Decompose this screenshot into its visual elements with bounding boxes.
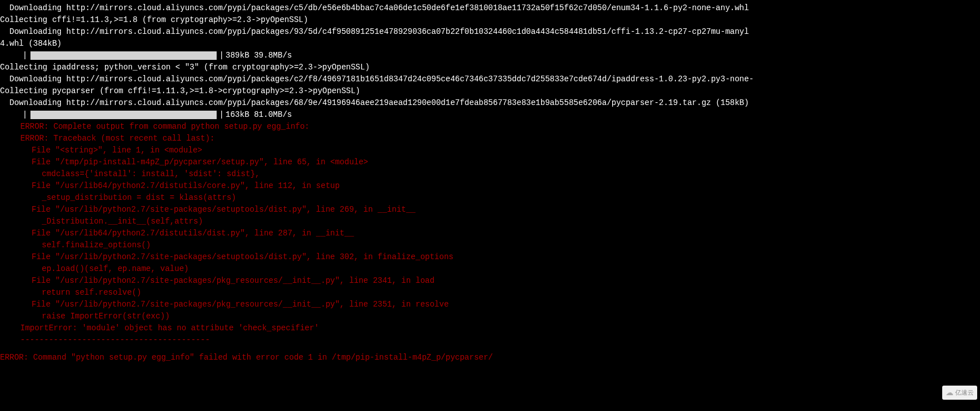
error-final: ERROR: Command "python setup.py egg_info… xyxy=(0,352,980,364)
progress-bar-bracket: | xyxy=(219,109,223,121)
error-line-code: cmdclass={'install': install, 'sdist': s… xyxy=(0,168,980,180)
output-line: Downloading http://mirrors.cloud.aliyunc… xyxy=(0,97,980,109)
progress-text: 389kB 39.8MB/s xyxy=(226,50,292,62)
terminal-output: Downloading http://mirrors.cloud.aliyunc… xyxy=(0,0,980,364)
error-line: ERROR: Traceback (most recent call last)… xyxy=(0,133,980,145)
error-import-error: ImportError: 'module' object has no attr… xyxy=(0,322,980,334)
error-line-code: ep.load()(self, ep.name, value) xyxy=(0,263,980,275)
output-line: 4.whl (384kB) xyxy=(0,38,980,50)
output-line: Downloading http://mirrors.cloud.aliyunc… xyxy=(0,73,980,85)
progress-bar-bracket: | xyxy=(219,50,223,62)
error-line-file: File "/usr/lib64/python2.7/distutils/cor… xyxy=(0,180,980,192)
output-line: Downloading http://mirrors.cloud.aliyunc… xyxy=(0,26,980,38)
output-line: Collecting ipaddress; python_version < "… xyxy=(0,62,980,73)
error-line-file: File "/usr/lib/python2.7/site-packages/s… xyxy=(0,204,980,216)
error-line-file: File "/tmp/pip-install-m4pZ_p/pycparser/… xyxy=(0,156,980,168)
progress-bar-fill xyxy=(30,51,217,60)
progress-row: | | 163kB 81.0MB/s xyxy=(0,109,980,121)
blank-line xyxy=(0,346,980,352)
output-line: Downloading http://mirrors.cloud.aliyunc… xyxy=(0,2,980,14)
progress-text: 163kB 81.0MB/s xyxy=(226,109,292,121)
watermark-text: 亿速云 xyxy=(955,388,974,397)
watermark-badge: ☁ 亿速云 xyxy=(942,386,977,400)
output-line: Collecting pycparser (from cffi!=1.11.3,… xyxy=(0,85,980,97)
progress-bar-bracket: | xyxy=(23,109,27,121)
progress-bar-bracket: | xyxy=(23,50,27,62)
error-line: ERROR: Complete output from command pyth… xyxy=(0,121,980,133)
error-line-file: File "/usr/lib/python2.7/site-packages/s… xyxy=(0,251,980,263)
error-line-code: _setup_distribution = dist = klass(attrs… xyxy=(0,192,980,204)
error-line-code: _Distribution.__init__(self,attrs) xyxy=(0,216,980,228)
progress-bar-fill xyxy=(30,111,217,119)
cloud-icon: ☁ xyxy=(946,387,953,399)
error-line-code: self.finalize_options() xyxy=(0,239,980,251)
error-line-file: File "/usr/lib/python2.7/site-packages/p… xyxy=(0,299,980,311)
error-line-code: raise ImportError(str(exc)) xyxy=(0,311,980,322)
error-line-file: File "/usr/lib/python2.7/site-packages/p… xyxy=(0,275,980,287)
error-separator: ---------------------------------------- xyxy=(0,334,980,346)
error-line-file: File "<string>", line 1, in <module> xyxy=(0,145,980,156)
progress-row: | | 389kB 39.8MB/s xyxy=(0,50,980,62)
output-line: Collecting cffi!=1.11.3,>=1.8 (from cryp… xyxy=(0,14,980,26)
error-line-code: return self.resolve() xyxy=(0,287,980,299)
error-line-file: File "/usr/lib64/python2.7/distutils/dis… xyxy=(0,228,980,239)
